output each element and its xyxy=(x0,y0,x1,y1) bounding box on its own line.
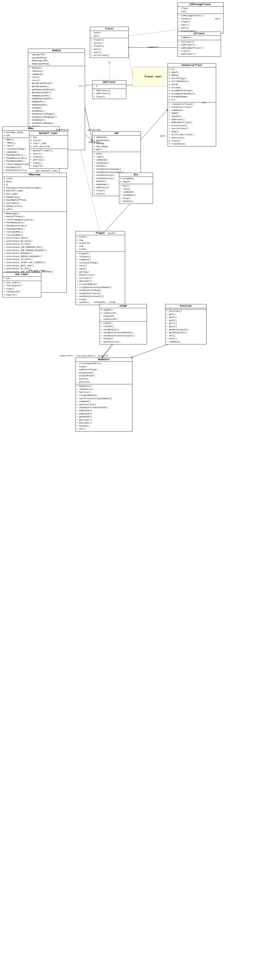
svg-line-8 xyxy=(84,102,92,141)
box-citracer-attrs: - commonTr_ xyxy=(177,36,221,40)
label-binptr: binPtr_ xyxy=(108,232,117,235)
box-initracer-attrs: - b xyxy=(93,84,126,89)
box-cisap-attrs: # depBPtr_ # nodeCorePr_ - pluginPS_ - n… xyxy=(100,308,147,321)
box-nodecore-methods: + NodeCore() + ~NodeCore() + battery() +… xyxy=(76,384,132,431)
box-position: Position + Position() + get() + getT() +… xyxy=(165,304,206,344)
box-mmaccsma-title: MMacCsma xyxy=(3,173,66,177)
label-uplayer: upLayerSAP_ xyxy=(87,129,102,131)
box-connectortrace-methods: + ~ConnectorTrace() + ConnectorTrace() +… xyxy=(168,102,216,146)
box-connectortrace: ConnectorTrace # pt_ # depth_ # debug_ #… xyxy=(168,63,216,146)
box-bin-methods: + Bin() + ~Bin() + command() + sendDown(… xyxy=(119,184,153,204)
box-bin-title: Bin xyxy=(119,173,153,177)
label-next: next_ xyxy=(215,18,221,20)
label-sktr: skTr_ xyxy=(160,135,167,137)
box-plugin-methods: + Plugin() + ~Plugin() + command() + rec… xyxy=(76,252,125,305)
box-nodecore: NodeCore - crossLayerSAPlist_ - nLayer_ … xyxy=(75,358,132,431)
box-tracer-attrs: - level_ - next_ xyxy=(90,31,128,38)
label-commontrace: commonTr_ xyxy=(148,46,160,49)
box-mmac-title: MMac xyxy=(3,127,59,130)
box-ack-timer-attrs: # mac xyxy=(3,277,41,281)
box-cisap-title: CISAP xyxy=(100,304,147,308)
label-downmodule: downModule_ xyxy=(56,129,70,131)
box-ack-timer: Ack_Timer # mac + Ack_Timer() + AckTimeo… xyxy=(2,272,41,298)
box-bin-attrs: # preamble_ # depth_ xyxy=(119,177,153,184)
box-cisap: CISAP # depBPtr_ # nodeCorePr_ - pluginP… xyxy=(100,304,147,344)
box-tracer-methods: + Tracer() + level() + format() + next()… xyxy=(90,38,128,58)
box-module-title: Module xyxy=(28,49,85,53)
box-nodecore-attrs: - crossLayerSAPlist_ - nLayer_ - nodeCor… xyxy=(76,362,132,384)
box-cisap-methods: + CISAP() + ~CISAP() + sendModule() + se… xyxy=(100,321,147,344)
box-cimessagetracer-methods: + CIMessageTracer() + format() + cType()… xyxy=(177,14,223,33)
box-position-methods: + Position() + get() + getT() + getX() +… xyxy=(165,309,206,344)
box-citracer: CITracer - commonTr_ + CITracer() + addT… xyxy=(177,32,221,57)
box-backoff-timer: Backoff_Timer # mac # status # start_tim… xyxy=(29,131,68,169)
box-tracer: Tracer - level_ - next_ + Tracer() + lev… xyxy=(90,27,129,58)
box-initracer-methods: + INITracer() + addTracer() + trace() xyxy=(93,89,126,99)
box-connectortrace-title: ConnectorTrace xyxy=(168,64,216,67)
label-mac-ack: mac_ack_timer xyxy=(29,269,46,272)
label-nodecoreptr: nodeCorePPtr_ crossLayerSAPlist_ epositi… xyxy=(60,355,109,357)
box-plugin: Plugin # binPtr_ # tag # uLayerId_ - uid… xyxy=(75,231,125,305)
box-ack-timer-title: Ack_Timer xyxy=(3,273,41,277)
box-ack-timer-methods: + Ack_Timer() + AckTimeout() + stop() + … xyxy=(3,281,41,297)
diagram-container: CIMessageTracer - cType_ - next_ + CIMes… xyxy=(0,0,264,980)
box-backoff-timer-methods: + Backoff_Timer() + Start() + Freeze() +… xyxy=(29,149,68,168)
box-bin: Bin # preamble_ # depth_ + Bin() + ~Bin(… xyxy=(119,173,153,204)
box-initracer: INITracer - b + INITracer() + addTracer(… xyxy=(92,80,126,99)
box-initracer-title: INITracer xyxy=(93,81,126,84)
box-backoff-timer-title: Backoff_Timer xyxy=(29,132,68,135)
box-plugin-title: Plugin xyxy=(76,231,125,235)
box-nodecore-title: NodeCore xyxy=(76,358,132,362)
label-citr: cITr_ xyxy=(202,102,208,104)
box-position-title: Position xyxy=(165,304,206,308)
label-upmodule: upModule_ xyxy=(89,141,101,143)
label-pluginptr: pluginPtr_ clsap_ xyxy=(94,301,117,304)
box-cimessagetracer-attrs: - cType_ - next_ xyxy=(177,6,223,14)
box-cimessagetracer-title: CIMessageTracer xyxy=(177,3,223,6)
label-itr: iTr_ xyxy=(79,85,84,88)
label-mac-backoff: mac_backoff_timer xyxy=(36,170,58,172)
box-connectortrace-attrs: # pt_ # depth_ # debug_ # dirToPlugin_ #… xyxy=(168,67,216,102)
box-sap-attrs: # upModule_ # downModule_ # depBug_ # de… xyxy=(93,135,141,152)
box-tracer-title: Tracer xyxy=(90,27,128,31)
box-module-attrs: - upLayerSAP_ - upLaySAPnum_ - downLayer… xyxy=(28,53,85,66)
box-mmaccsma-attrs: # state # PKTX # Q # ConsecutiveFailedTx… xyxy=(3,177,66,212)
box-plugin-attrs: # binPtr_ # tag # uLayerId_ - uid_ - cls… xyxy=(76,235,125,252)
box-sap-title: SAP xyxy=(93,132,141,135)
box-citracer-title: CITracer xyxy=(177,32,221,36)
box-citracer-methods: + CITracer() + addTracer() + addCommonTr… xyxy=(177,40,221,56)
box-backoff-timer-attrs: # mac # status # start_time # left_durat… xyxy=(29,135,68,149)
